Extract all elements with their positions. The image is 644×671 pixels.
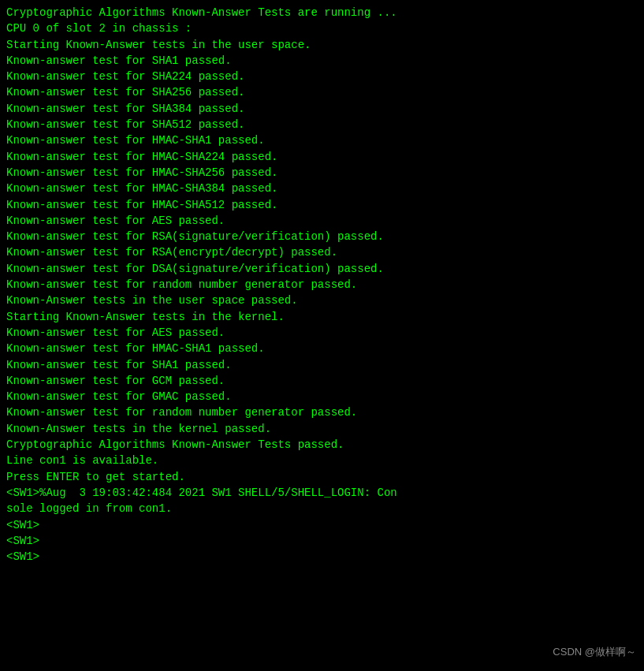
terminal-line: Starting Known-Answer tests in the user …	[6, 37, 638, 53]
terminal-line: Known-answer test for SHA256 passed.	[6, 84, 638, 100]
terminal-line: Known-answer test for random number gene…	[6, 404, 638, 420]
terminal-line: Starting Known-Answer tests in the kerne…	[6, 309, 638, 325]
terminal-line: Known-answer test for HMAC-SHA512 passed…	[6, 197, 638, 213]
terminal-line: Known-answer test for DSA(signature/veri…	[6, 261, 638, 277]
terminal-line: Known-answer test for RSA(signature/veri…	[6, 229, 638, 244]
terminal-line: Known-answer test for SHA224 passed.	[6, 69, 638, 84]
terminal-line: <SW1>%Aug 3 19:03:42:484 2021 SW1 SHELL/…	[6, 485, 638, 501]
terminal-line: Known-answer test for HMAC-SHA384 passed…	[6, 181, 638, 196]
terminal-line: Known-answer test for SHA384 passed.	[6, 101, 638, 117]
terminal-line: Known-answer test for HMAC-SHA1 passed.	[6, 132, 638, 148]
terminal-line: CPU 0 of slot 2 in chassis :	[6, 21, 638, 36]
terminal-line: Line con1 is available.	[6, 453, 638, 468]
terminal-line: Known-answer test for AES passed.	[6, 325, 638, 341]
terminal-line: Known-answer test for GMAC passed.	[6, 389, 638, 404]
terminal-line: Known-answer test for HMAC-SHA256 passed…	[6, 165, 638, 181]
terminal-line: Known-answer test for SHA512 passed.	[6, 117, 638, 132]
terminal-line: Cryptographic Algorithms Known-Answer Te…	[6, 5, 638, 21]
terminal-line: sole logged in from con1.	[6, 501, 638, 516]
terminal-line: Known-answer test for AES passed.	[6, 213, 638, 229]
terminal-line: <SW1>	[6, 533, 638, 549]
output-lines: Cryptographic Algorithms Known-Answer Te…	[6, 5, 638, 565]
terminal-line: Known-answer test for random number gene…	[6, 277, 638, 293]
terminal-line: <SW1>	[6, 517, 638, 533]
terminal-line: Press ENTER to get started.	[6, 469, 638, 485]
terminal-line: Known-answer test for HMAC-SHA1 passed.	[6, 341, 638, 356]
terminal-line: Known-answer test for GCM passed.	[6, 373, 638, 389]
terminal-line: Cryptographic Algorithms Known-Answer Te…	[6, 437, 638, 453]
terminal[interactable]: Cryptographic Algorithms Known-Answer Te…	[0, 0, 644, 671]
terminal-line: <SW1>	[6, 549, 638, 565]
terminal-line: Known-answer test for SHA1 passed.	[6, 357, 638, 373]
terminal-line: Known-Answer tests in the user space pas…	[6, 293, 638, 308]
terminal-line: Known-answer test for HMAC-SHA224 passed…	[6, 149, 638, 165]
watermark: CSDN @做样啊～	[553, 645, 636, 660]
terminal-line: Known-answer test for SHA1 passed.	[6, 53, 638, 69]
terminal-line: Known-answer test for RSA(encrypt/decryp…	[6, 244, 638, 260]
terminal-line: Known-Answer tests in the kernel passed.	[6, 421, 638, 437]
